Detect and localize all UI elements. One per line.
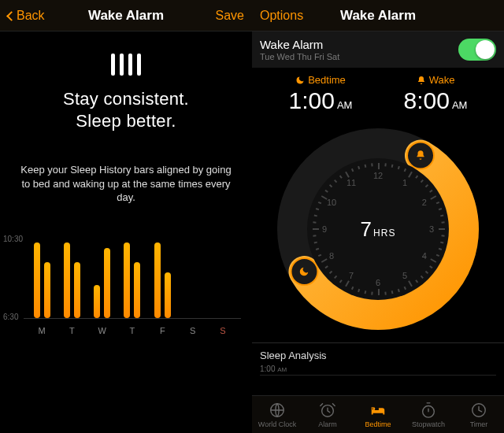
wake-value: 8:00AM <box>378 87 493 114</box>
dial-face: 123456789101112 7HRS <box>307 158 449 300</box>
tab-bedtime[interactable]: Bedtime <box>353 396 403 433</box>
headline-line2: Sleep better. <box>0 110 252 132</box>
globe-icon <box>269 402 286 419</box>
tab-timer[interactable]: Timer <box>454 396 504 433</box>
sleep-analysis-time: 1:00 AM <box>260 365 496 376</box>
nav-title: Wake Alarm <box>340 8 416 24</box>
tab-alarm[interactable]: Alarm <box>302 396 353 433</box>
sleep-dial[interactable]: 123456789101112 7HRS <box>268 119 488 339</box>
bars-illustration-icon <box>0 54 252 76</box>
alarm-title: Wake Alarm <box>260 38 339 51</box>
tab-label: Timer <box>470 420 488 428</box>
bedtime-label: Bedtime <box>263 74 378 86</box>
save-button[interactable]: Save <box>197 9 244 23</box>
tab-label: Bedtime <box>365 420 391 428</box>
nav-title: Wake Alarm <box>88 8 164 24</box>
wake-alarm-row[interactable]: Wake Alarm Tue Wed Thu Fri Sat <box>252 31 504 68</box>
body-text: Keep your Sleep History bars aligned by … <box>16 163 236 205</box>
alarm-toggle[interactable] <box>458 39 496 61</box>
bed-icon <box>369 402 387 419</box>
tab-label: World Clock <box>258 420 296 428</box>
bell-icon <box>417 76 426 85</box>
wake-label: Wake <box>378 74 493 86</box>
tab-world-clock[interactable]: World Clock <box>252 396 302 433</box>
headline-line1: Stay consistent. <box>0 88 252 110</box>
stopwatch-icon <box>420 402 437 419</box>
back-button[interactable]: Back <box>8 9 55 23</box>
back-label: Back <box>17 9 45 22</box>
bedtime-value: 1:00AM <box>263 87 378 114</box>
tab-stopwatch[interactable]: Stopwatch <box>403 396 454 433</box>
headline: Stay consistent. Sleep better. <box>0 88 252 131</box>
sleep-history-chart: 10:30 6:30 MTWTFSS <box>27 236 238 339</box>
tab-label: Stopwatch <box>412 420 445 428</box>
sleep-analysis-title: Sleep Analysis <box>260 350 496 361</box>
alarm-clock-icon <box>319 402 336 419</box>
y-axis-label-bottom: 6:30 <box>3 313 18 321</box>
alarm-days: Tue Wed Thu Fri Sat <box>260 52 339 61</box>
timer-icon <box>470 402 487 419</box>
options-button[interactable]: Options <box>260 9 307 23</box>
moon-icon <box>295 76 305 85</box>
tab-label: Alarm <box>318 420 337 428</box>
y-axis-label-top: 10:30 <box>3 235 23 243</box>
chevron-left-icon <box>6 11 17 21</box>
tab-bar: World Clock Alarm Bedtime Stopwatch Time… <box>252 395 504 433</box>
